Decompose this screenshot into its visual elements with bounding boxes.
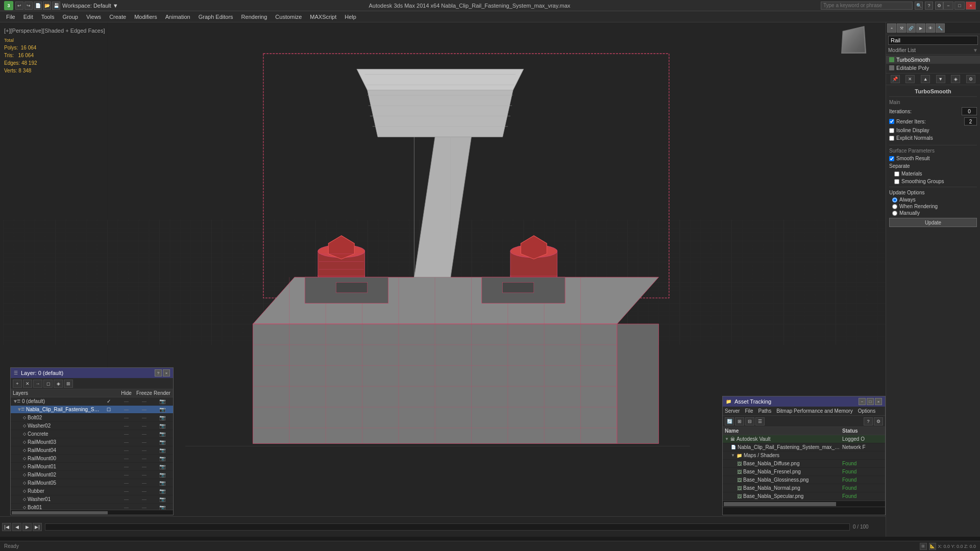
move-up-btn[interactable]: ▲ (921, 75, 930, 83)
menu-help[interactable]: Help (340, 13, 360, 21)
asset-settings-btn[interactable]: ⚙ (874, 417, 883, 425)
display-panel-btn[interactable]: 👁 (926, 23, 935, 33)
asset-menu-bitmap[interactable]: Bitmap Performance and Memory (776, 408, 853, 414)
modifier-turbosmooth[interactable]: TurboSmooth (886, 56, 980, 64)
help-search-btn[interactable]: ? (925, 2, 933, 10)
layer-item-concrete[interactable]: ◇ Concrete — — 📷 (11, 430, 173, 438)
search-input[interactable] (821, 2, 913, 10)
asset-collapse-btn[interactable]: ⊟ (745, 417, 754, 425)
status-grid-btn[interactable]: ⊞ (920, 543, 927, 550)
asset-view-btn[interactable]: ☰ (755, 417, 765, 425)
undo-btn[interactable]: ↩ (15, 2, 23, 10)
layers-merge-btn[interactable]: ⊞ (64, 380, 73, 388)
ts-render-iters-checkbox[interactable] (889, 119, 894, 124)
ts-iterations-input[interactable] (962, 107, 977, 115)
menu-edit[interactable]: Edit (19, 13, 37, 21)
asset-item-maps[interactable]: ▼ 📁 Maps / Shaders (723, 452, 885, 460)
ts-manually-radio[interactable] (892, 211, 897, 216)
open-btn[interactable]: 📂 (43, 2, 51, 10)
remove-modifier-btn[interactable]: ✕ (905, 75, 915, 83)
ts-materials-checkbox[interactable] (894, 171, 899, 177)
layers-new-btn[interactable]: + (13, 380, 22, 388)
menu-views[interactable]: Views (82, 13, 105, 21)
modifier-editable-poly[interactable]: Editable Poly (886, 64, 980, 72)
asset-item-glossiness[interactable]: 🖼 Base_Nabla_Glossiness.png Found (723, 476, 885, 484)
timeline-start[interactable]: |◀ (2, 523, 11, 531)
status-snap-btn[interactable]: 📐 (929, 543, 936, 550)
layer-item-railmount02[interactable]: ◇ RailMount02 — — 📷 (11, 471, 173, 479)
layer-item-bolt02[interactable]: ◇ Bolt02 — — 📷 (11, 414, 173, 422)
new-btn[interactable]: 📄 (34, 2, 42, 10)
asset-item-diffuse[interactable]: 🖼 Base_Nabla_Diffuse.png Found (723, 460, 885, 468)
layer-item-nabla[interactable]: ▼ ☰ Nabla_Clip_Rail_Fastening_System ☐ —… (11, 406, 173, 414)
layer-item-washer02[interactable]: ◇ Washer02 — — 📷 (11, 422, 173, 430)
workspace-dropdown[interactable]: Workspace: Default ▼ (62, 3, 118, 9)
timeline-next[interactable]: ▶| (33, 523, 42, 531)
asset-expand-btn[interactable]: ⊞ (735, 417, 744, 425)
asset-menu-options[interactable]: Options (858, 408, 875, 414)
create-panel-btn[interactable]: + (887, 23, 896, 33)
ts-isoline-checkbox[interactable] (889, 128, 894, 133)
layers-help-btn[interactable]: ? (155, 369, 162, 377)
layers-highlight-btn[interactable]: ◈ (54, 380, 63, 388)
asset-item-vault[interactable]: ▼ 🏛 Autodesk Vault Logged O (723, 435, 885, 443)
menu-animation[interactable]: Animation (161, 13, 194, 21)
asset-menu-paths[interactable]: Paths (758, 408, 772, 414)
layer-item-rubber[interactable]: ◇ Rubber — — 📷 (11, 487, 173, 495)
layer-item-washer01[interactable]: ◇ Washer01 — — 📷 (11, 495, 173, 504)
layer-item-railmount03[interactable]: ◇ RailMount03 — — 📷 (11, 438, 173, 446)
ts-when-rendering-radio[interactable] (892, 204, 897, 209)
hierarchy-panel-btn[interactable]: 🔗 (906, 23, 916, 33)
asset-menu-server[interactable]: Server (725, 408, 740, 414)
motion-panel-btn[interactable]: ▶ (916, 23, 925, 33)
layer-item-railmount01[interactable]: ◇ RailMount01 — — 📷 (11, 463, 173, 471)
asset-minimize-btn[interactable]: − (859, 398, 866, 405)
layers-select-btn[interactable]: ◻ (43, 380, 53, 388)
menu-group[interactable]: Group (58, 13, 82, 21)
search-btn[interactable]: 🔍 (915, 2, 923, 10)
save-btn[interactable]: 💾 (52, 2, 60, 10)
ts-always-radio[interactable] (892, 197, 897, 203)
menu-create[interactable]: Create (105, 13, 130, 21)
timeline-prev[interactable]: ◀ (12, 523, 21, 531)
modifier-list-arrow[interactable]: ▼ (973, 47, 978, 53)
ts-update-btn[interactable]: Update (889, 218, 977, 227)
asset-help-btn[interactable]: ? (864, 417, 873, 425)
make-unique-btn[interactable]: ◈ (951, 75, 960, 83)
ts-smooth-result-checkbox[interactable] (889, 156, 894, 161)
layer-item-bolt01[interactable]: ◇ Bolt01 — — 📷 (11, 504, 173, 510)
layer-item-railmount00[interactable]: ◇ RailMount00 — — 📷 (11, 455, 173, 463)
asset-close-btn[interactable]: × (875, 398, 882, 405)
asset-item-maxfile[interactable]: 📄 Nabla_Clip_Rail_Fastening_System_max_v… (723, 443, 885, 452)
maximize-btn[interactable]: □ (954, 2, 965, 10)
ts-explicit-normals-checkbox[interactable] (889, 136, 894, 141)
move-down-btn[interactable]: ▼ (936, 75, 945, 83)
modifier-name-field[interactable] (888, 36, 978, 45)
asset-item-fresnel[interactable]: 🖼 Base_Nabla_Fresnel.png Found (723, 468, 885, 476)
asset-item-specular[interactable]: 🖼 Base_Nabla_Specular.png Found (723, 492, 885, 500)
asset-menu-file[interactable]: File (745, 408, 753, 414)
menu-maxscript[interactable]: MAXScript (306, 13, 340, 21)
close-btn[interactable]: × (966, 2, 976, 10)
configure-btn[interactable]: ⚙ (966, 75, 975, 83)
minimize-btn[interactable]: − (943, 2, 953, 10)
nav-cube[interactable] (840, 28, 870, 58)
menu-graph-editors[interactable]: Graph Editors (194, 13, 237, 21)
menu-modifiers[interactable]: Modifiers (130, 13, 161, 21)
utilities-panel-btn[interactable]: 🔧 (936, 23, 945, 33)
timeline-play[interactable]: ▶ (22, 523, 32, 531)
layers-add-btn[interactable]: → (33, 380, 42, 388)
layer-item-railmount05[interactable]: ◇ RailMount05 — — 📷 (11, 479, 173, 487)
layers-scrollbar[interactable] (11, 510, 173, 515)
settings-btn[interactable]: ⚙ (935, 2, 943, 10)
layer-item-0[interactable]: ▼ ☰ 0 (default) ✓ — — 📷 (11, 397, 173, 406)
asset-refresh-btn[interactable]: 🔄 (725, 417, 734, 425)
menu-rendering[interactable]: Rendering (237, 13, 272, 21)
redo-btn[interactable]: ↪ (24, 2, 33, 10)
menu-file[interactable]: File (2, 13, 19, 21)
layers-close-btn[interactable]: × (163, 369, 170, 377)
ts-smoothing-groups-checkbox[interactable] (894, 179, 899, 184)
asset-maximize-btn[interactable]: □ (867, 398, 874, 405)
timeline-track[interactable] (45, 523, 850, 531)
menu-customize[interactable]: Customize (271, 13, 306, 21)
